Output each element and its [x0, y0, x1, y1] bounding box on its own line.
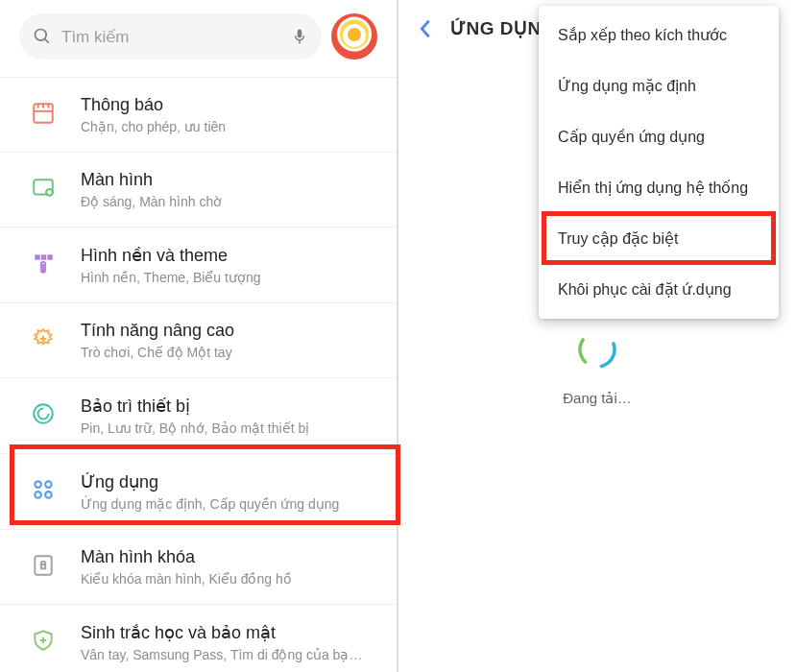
mic-icon[interactable] [291, 26, 308, 47]
menu-item-show-system-apps[interactable]: Hiển thị ứng dụng hệ thống [539, 162, 779, 213]
settings-pane: Tìm kiếm Thông báo Chặn, cho phép, ưu ti… [0, 0, 398, 672]
setting-title: Tính năng nâng cao [81, 321, 375, 341]
setting-item-wallpaper[interactable]: Hình nền và theme Hình nền, Theme, Biểu … [0, 227, 397, 302]
settings-list: Thông báo Chặn, cho phép, ưu tiên Màn hì… [0, 69, 397, 672]
setting-sub: Vân tay, Samsung Pass, Tìm di động của b… [81, 647, 375, 662]
spinner-icon [574, 326, 620, 372]
setting-item-advanced[interactable]: Tính năng nâng cao Trò chơi, Chế độ Một … [0, 302, 397, 377]
setting-sub: Hình nền, Theme, Biểu tượng [81, 270, 375, 285]
menu-item-special-access[interactable]: Truy cập đặc biệt [539, 213, 779, 264]
svg-point-20 [45, 481, 51, 488]
search-bar-row: Tìm kiếm [0, 0, 397, 69]
menu-item-reset-app-settings[interactable]: Khôi phục cài đặt ứ.dụng [539, 264, 779, 315]
svg-point-18 [34, 404, 53, 423]
setting-title: Ứng dụng [81, 471, 375, 492]
svg-point-19 [35, 481, 41, 488]
setting-title: Hình nền và theme [81, 245, 375, 266]
svg-line-1 [45, 39, 49, 43]
search-placeholder: Tìm kiếm [61, 27, 291, 47]
notifications-icon [29, 99, 58, 128]
biometrics-icon [29, 626, 58, 655]
svg-point-28 [575, 327, 619, 372]
avatar[interactable] [331, 13, 377, 60]
setting-title: Sinh trắc học và bảo mật [81, 622, 375, 643]
svg-rect-11 [35, 254, 39, 259]
svg-rect-12 [41, 254, 46, 259]
setting-sub: Ứng dụng mặc định, Cấp quyền ứng dụng [81, 496, 375, 512]
lockscreen-icon [29, 551, 58, 580]
setting-sub: Pin, Lưu trữ, Bộ nhớ, Bảo mật thiết bị [81, 420, 375, 436]
setting-title: Bảo trì thiết bị [81, 396, 375, 417]
setting-sub: Chặn, cho phép, ưu tiên [81, 119, 375, 134]
loading-text: Đang tải… [563, 390, 632, 407]
setting-item-notifications[interactable]: Thông báo Chặn, cho phép, ưu tiên [0, 77, 397, 152]
search-input[interactable]: Tìm kiếm [19, 13, 322, 60]
overflow-menu: Sắp xếp theo kích thước Ứng dụng mặc địn… [539, 6, 779, 319]
back-icon[interactable] [418, 18, 433, 39]
setting-item-lockscreen[interactable]: Màn hình khóa Kiểu khóa màn hình, Kiểu đ… [0, 529, 397, 604]
setting-sub: Kiểu khóa màn hình, Kiểu đồng hồ [81, 571, 375, 587]
svg-point-22 [45, 492, 51, 498]
apps-icon [29, 475, 58, 504]
device-care-icon [29, 399, 58, 428]
setting-title: Màn hình khóa [81, 547, 375, 567]
setting-item-apps[interactable]: Ứng dụng Ứng dụng mặc định, Cấp quyền ứn… [0, 453, 397, 529]
loading-indicator: Đang tải… [398, 326, 796, 407]
svg-point-27 [575, 327, 619, 372]
setting-item-biometrics[interactable]: Sinh trắc học và bảo mật Vân tay, Samsun… [0, 604, 397, 672]
menu-item-app-permissions[interactable]: Cấp quyền ứng dụng [539, 111, 779, 162]
setting-title: Thông báo [81, 95, 375, 115]
setting-sub: Độ sáng, Màn hình chờ [81, 194, 375, 209]
display-icon [29, 174, 58, 203]
advanced-icon [29, 324, 58, 353]
svg-rect-2 [298, 30, 302, 38]
svg-rect-13 [47, 254, 52, 259]
apps-pane: ỨNG DỤNG Sắp xếp theo kích thước Ứng dụn… [398, 0, 796, 672]
svg-rect-24 [41, 564, 45, 568]
search-icon [33, 27, 52, 46]
menu-item-default-apps[interactable]: Ứng dụng mặc định [539, 60, 779, 111]
setting-sub: Trò chơi, Chế độ Một tay [81, 345, 375, 360]
menu-item-sort-size[interactable]: Sắp xếp theo kích thước [539, 10, 779, 60]
setting-title: Màn hình [81, 170, 375, 190]
setting-item-device-care[interactable]: Bảo trì thiết bị Pin, Lưu trữ, Bộ nhớ, B… [0, 377, 397, 453]
svg-point-0 [36, 30, 47, 41]
setting-item-display[interactable]: Màn hình Độ sáng, Màn hình chờ [0, 152, 397, 227]
svg-point-21 [35, 492, 41, 498]
svg-rect-23 [35, 556, 51, 575]
wallpaper-icon [29, 249, 58, 277]
